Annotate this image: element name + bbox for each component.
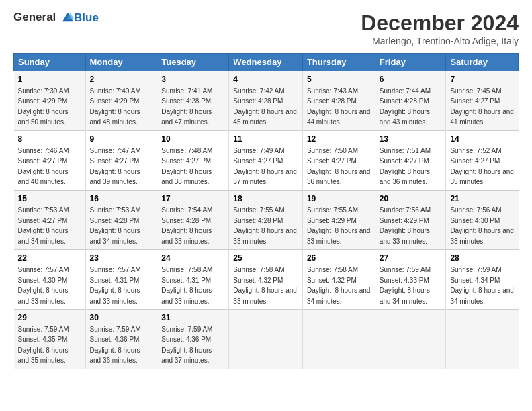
logo-general: General	[13, 11, 56, 24]
calendar-cell: 29Sunrise: 7:59 AMSunset: 4:35 PMDayligh…	[14, 310, 86, 369]
day-info: Sunrise: 7:59 AMSunset: 4:36 PMDaylight:…	[161, 326, 212, 365]
page: General Blue December 2024 Marlengo, Tre…	[0, 0, 532, 376]
calendar-cell: 11Sunrise: 7:49 AMSunset: 4:27 PMDayligh…	[229, 130, 303, 190]
day-info: Sunrise: 7:57 AMSunset: 4:31 PMDaylight:…	[90, 266, 141, 305]
day-info: Sunrise: 7:41 AMSunset: 4:28 PMDaylight:…	[161, 87, 212, 126]
calendar-cell: 16Sunrise: 7:53 AMSunset: 4:28 PMDayligh…	[85, 190, 157, 250]
calendar-cell	[375, 310, 446, 369]
day-number: 14	[450, 134, 514, 145]
calendar-cell: 20Sunrise: 7:56 AMSunset: 4:29 PMDayligh…	[375, 190, 446, 250]
calendar-cell: 26Sunrise: 7:58 AMSunset: 4:32 PMDayligh…	[302, 250, 375, 310]
day-number: 28	[450, 253, 514, 264]
calendar-cell: 14Sunrise: 7:52 AMSunset: 4:27 PMDayligh…	[446, 130, 519, 190]
day-number: 22	[18, 253, 81, 264]
calendar-cell: 15Sunrise: 7:53 AMSunset: 4:27 PMDayligh…	[14, 190, 86, 250]
calendar-cell: 6Sunrise: 7:44 AMSunset: 4:28 PMDaylight…	[375, 71, 446, 131]
day-info: Sunrise: 7:55 AMSunset: 4:29 PMDaylight:…	[307, 206, 371, 245]
day-number: 8	[18, 134, 81, 145]
calendar-cell: 24Sunrise: 7:58 AMSunset: 4:31 PMDayligh…	[157, 250, 229, 310]
day-info: Sunrise: 7:52 AMSunset: 4:27 PMDaylight:…	[450, 147, 514, 186]
day-info: Sunrise: 7:59 AMSunset: 4:36 PMDaylight:…	[90, 326, 141, 365]
calendar-cell: 22Sunrise: 7:57 AMSunset: 4:30 PMDayligh…	[14, 250, 86, 310]
calendar-cell: 23Sunrise: 7:57 AMSunset: 4:31 PMDayligh…	[85, 250, 157, 310]
col-header-tuesday: Tuesday	[157, 54, 229, 71]
calendar-cell: 21Sunrise: 7:56 AMSunset: 4:30 PMDayligh…	[446, 190, 519, 250]
col-header-monday: Monday	[85, 54, 157, 71]
calendar-cell: 3Sunrise: 7:41 AMSunset: 4:28 PMDaylight…	[157, 71, 229, 131]
day-number: 18	[233, 193, 298, 205]
day-info: Sunrise: 7:57 AMSunset: 4:30 PMDaylight:…	[18, 266, 69, 305]
day-info: Sunrise: 7:59 AMSunset: 4:35 PMDaylight:…	[18, 326, 69, 365]
col-header-wednesday: Wednesday	[229, 54, 303, 71]
day-number: 7	[450, 74, 514, 85]
col-header-saturday: Saturday	[446, 54, 519, 71]
calendar-cell: 10Sunrise: 7:48 AMSunset: 4:27 PMDayligh…	[157, 130, 229, 190]
day-number: 17	[161, 193, 224, 205]
calendar-cell	[302, 310, 375, 369]
day-info: Sunrise: 7:39 AMSunset: 4:29 PMDaylight:…	[18, 87, 69, 126]
day-number: 24	[161, 253, 224, 264]
day-number: 25	[233, 253, 298, 264]
day-info: Sunrise: 7:44 AMSunset: 4:28 PMDaylight:…	[380, 87, 431, 126]
calendar-cell: 30Sunrise: 7:59 AMSunset: 4:36 PMDayligh…	[85, 310, 157, 369]
day-number: 30	[90, 312, 153, 324]
calendar-cell: 1Sunrise: 7:39 AMSunset: 4:29 PMDaylight…	[14, 71, 86, 131]
day-number: 11	[233, 134, 298, 145]
col-header-sunday: Sunday	[14, 54, 86, 71]
logo: General Blue	[13, 11, 99, 26]
week-row-5: 29Sunrise: 7:59 AMSunset: 4:35 PMDayligh…	[14, 310, 519, 369]
calendar-table: SundayMondayTuesdayWednesdayThursdayFrid…	[13, 53, 519, 369]
calendar-cell: 5Sunrise: 7:43 AMSunset: 4:28 PMDaylight…	[302, 71, 375, 131]
day-info: Sunrise: 7:59 AMSunset: 4:33 PMDaylight:…	[380, 266, 431, 305]
day-info: Sunrise: 7:48 AMSunset: 4:27 PMDaylight:…	[161, 147, 212, 186]
calendar-cell: 12Sunrise: 7:50 AMSunset: 4:27 PMDayligh…	[302, 130, 375, 190]
day-info: Sunrise: 7:46 AMSunset: 4:27 PMDaylight:…	[18, 147, 69, 186]
calendar-cell: 2Sunrise: 7:40 AMSunset: 4:29 PMDaylight…	[85, 71, 157, 131]
day-number: 21	[450, 193, 514, 205]
day-info: Sunrise: 7:40 AMSunset: 4:29 PMDaylight:…	[90, 87, 141, 126]
title-section: December 2024 Marlengo, Trentino-Alto Ad…	[361, 11, 519, 46]
day-info: Sunrise: 7:59 AMSunset: 4:34 PMDaylight:…	[450, 266, 514, 305]
calendar-cell: 8Sunrise: 7:46 AMSunset: 4:27 PMDaylight…	[14, 130, 86, 190]
col-header-thursday: Thursday	[302, 54, 375, 71]
calendar-cell: 19Sunrise: 7:55 AMSunset: 4:29 PMDayligh…	[302, 190, 375, 250]
day-number: 6	[380, 74, 442, 85]
day-info: Sunrise: 7:42 AMSunset: 4:28 PMDaylight:…	[233, 87, 297, 126]
day-info: Sunrise: 7:58 AMSunset: 4:32 PMDaylight:…	[307, 266, 371, 305]
col-header-friday: Friday	[375, 54, 446, 71]
day-number: 31	[161, 312, 224, 324]
calendar-cell: 25Sunrise: 7:58 AMSunset: 4:32 PMDayligh…	[229, 250, 303, 310]
day-number: 20	[380, 193, 442, 205]
day-number: 23	[90, 253, 153, 264]
week-row-4: 22Sunrise: 7:57 AMSunset: 4:30 PMDayligh…	[14, 250, 519, 310]
day-number: 9	[90, 134, 153, 145]
header-row: SundayMondayTuesdayWednesdayThursdayFrid…	[14, 54, 519, 71]
day-number: 2	[90, 74, 153, 85]
day-info: Sunrise: 7:55 AMSunset: 4:28 PMDaylight:…	[233, 206, 297, 245]
calendar-cell: 7Sunrise: 7:45 AMSunset: 4:27 PMDaylight…	[446, 71, 519, 131]
day-info: Sunrise: 7:53 AMSunset: 4:27 PMDaylight:…	[18, 206, 69, 245]
day-info: Sunrise: 7:51 AMSunset: 4:27 PMDaylight:…	[380, 147, 431, 186]
day-number: 10	[161, 134, 224, 145]
day-info: Sunrise: 7:43 AMSunset: 4:28 PMDaylight:…	[307, 87, 371, 126]
day-info: Sunrise: 7:45 AMSunset: 4:27 PMDaylight:…	[450, 87, 514, 126]
day-info: Sunrise: 7:58 AMSunset: 4:31 PMDaylight:…	[161, 266, 212, 305]
day-number: 12	[307, 134, 371, 145]
calendar-cell: 18Sunrise: 7:55 AMSunset: 4:28 PMDayligh…	[229, 190, 303, 250]
day-info: Sunrise: 7:47 AMSunset: 4:27 PMDaylight:…	[90, 147, 141, 186]
day-number: 27	[380, 253, 442, 264]
month-title: December 2024	[361, 11, 519, 36]
day-number: 29	[18, 312, 81, 324]
day-number: 15	[18, 193, 81, 205]
calendar-cell: 4Sunrise: 7:42 AMSunset: 4:28 PMDaylight…	[229, 71, 303, 131]
day-number: 13	[380, 134, 442, 145]
calendar-cell: 27Sunrise: 7:59 AMSunset: 4:33 PMDayligh…	[375, 250, 446, 310]
day-info: Sunrise: 7:56 AMSunset: 4:30 PMDaylight:…	[450, 206, 514, 245]
day-number: 5	[307, 74, 371, 85]
day-info: Sunrise: 7:49 AMSunset: 4:27 PMDaylight:…	[233, 147, 297, 186]
day-number: 19	[307, 193, 371, 205]
day-number: 3	[161, 74, 224, 85]
day-number: 1	[18, 74, 81, 85]
week-row-3: 15Sunrise: 7:53 AMSunset: 4:27 PMDayligh…	[14, 190, 519, 250]
day-info: Sunrise: 7:56 AMSunset: 4:29 PMDaylight:…	[380, 206, 431, 245]
